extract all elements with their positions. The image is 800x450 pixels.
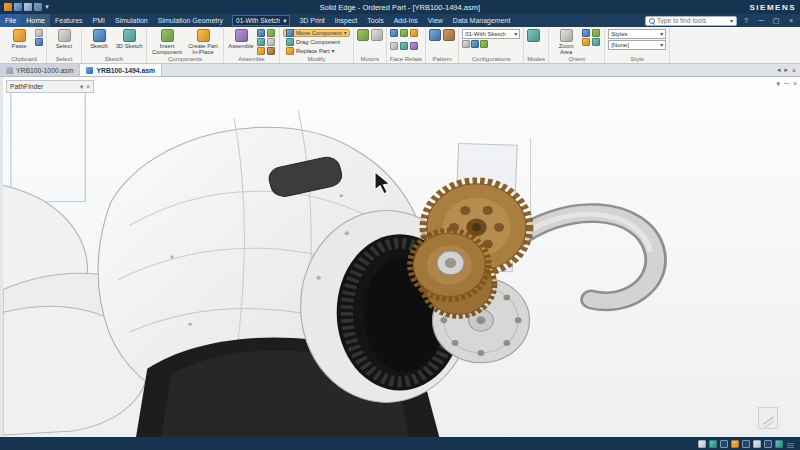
zoom-area-button[interactable]: Zoom Area bbox=[552, 29, 580, 55]
assemble-button[interactable]: Assemble bbox=[227, 29, 255, 49]
cut-icon[interactable] bbox=[35, 29, 43, 37]
menu-tab-3d-print[interactable]: 3D Print bbox=[294, 14, 329, 27]
menu-tab-simulation-geometry[interactable]: Simulation Geometry bbox=[153, 14, 228, 27]
viewport-3d[interactable]: PathFinder ▾ × ▾ ─ × bbox=[0, 77, 800, 437]
menu-tab-tools[interactable]: Tools bbox=[362, 14, 388, 27]
select-button[interactable]: Select bbox=[50, 29, 78, 49]
paste-icon bbox=[13, 29, 26, 42]
menu-tab-inspect[interactable]: Inspect bbox=[330, 14, 363, 27]
window-resize-grip[interactable] bbox=[786, 440, 794, 448]
face-align-icon[interactable] bbox=[400, 29, 408, 37]
axial-align-icon[interactable] bbox=[257, 38, 265, 46]
connect-icon[interactable] bbox=[267, 38, 275, 46]
replace-part-button[interactable]: Replace Part ▾ bbox=[283, 47, 338, 55]
status-zoom-area-icon[interactable] bbox=[731, 440, 739, 448]
status-zoom-icon[interactable] bbox=[742, 440, 750, 448]
3d-sketch-button[interactable]: 3D Sketch bbox=[115, 29, 143, 49]
save-icon[interactable] bbox=[14, 3, 22, 11]
ribbon-group-modes: Modes bbox=[524, 28, 549, 63]
align-icon[interactable] bbox=[267, 29, 275, 37]
ribbon-group-modify: Move Component ▾ Drag Component Replace … bbox=[280, 28, 354, 63]
linear-motor-icon[interactable] bbox=[371, 29, 383, 41]
ribbon-group-components: Insert Component Create Part In-Place Co… bbox=[147, 28, 224, 63]
pattern-icon[interactable] bbox=[429, 29, 441, 41]
simplify-mode-icon[interactable] bbox=[527, 29, 540, 42]
drag-component-button[interactable]: Drag Component bbox=[283, 38, 343, 46]
styles-dropdown[interactable]: Styles ▾ bbox=[608, 29, 666, 39]
status-window-icon[interactable] bbox=[720, 440, 728, 448]
menu-bar: File Home Features PMI Simulation Simula… bbox=[0, 14, 800, 27]
paste-button[interactable]: Paste bbox=[5, 29, 33, 49]
ribbon-group-orient: Zoom Area Orient bbox=[549, 28, 605, 63]
menu-tab-features[interactable]: Features bbox=[50, 14, 88, 27]
angle-icon[interactable] bbox=[257, 47, 265, 55]
copy-icon[interactable] bbox=[35, 38, 43, 46]
menu-tab-file[interactable]: File bbox=[0, 14, 21, 27]
search-chevron-icon[interactable]: ▾ bbox=[730, 18, 733, 24]
status-rotate-icon[interactable] bbox=[775, 440, 783, 448]
viewport-close-icon[interactable]: × bbox=[793, 80, 797, 88]
exploded-view-icon[interactable] bbox=[480, 40, 488, 48]
ribbon-group-assemble: Assemble Assemble bbox=[224, 28, 280, 63]
status-view-styles-icon[interactable] bbox=[709, 440, 717, 448]
pathfinder-panel-header[interactable]: PathFinder ▾ × bbox=[6, 80, 94, 93]
help-icon[interactable]: ? bbox=[740, 17, 752, 24]
solid-edge-window: ▾ Solid Edge - Ordered Part - [YRB100-14… bbox=[0, 0, 800, 450]
menu-tab-home[interactable]: Home bbox=[21, 14, 50, 27]
search-input[interactable] bbox=[657, 17, 728, 24]
status-select-tool-icon[interactable] bbox=[698, 440, 706, 448]
window-maximize-icon[interactable]: ▢ bbox=[770, 17, 782, 25]
mate-icon[interactable] bbox=[257, 29, 265, 37]
zones-icon[interactable] bbox=[471, 40, 479, 48]
mirror-icon[interactable] bbox=[443, 29, 455, 41]
create-part-in-place-button[interactable]: Create Part In-Place bbox=[186, 29, 220, 55]
move-component-button[interactable]: Move Component ▾ bbox=[283, 29, 350, 37]
pan-icon[interactable] bbox=[582, 38, 590, 46]
viewport-minimize-icon[interactable]: ─ bbox=[784, 80, 789, 88]
display-configurations-icon[interactable] bbox=[462, 40, 470, 48]
sketch-button[interactable]: Sketch bbox=[85, 29, 113, 49]
config-dropdown[interactable]: 01-With Sketch ▾ bbox=[232, 15, 290, 26]
face-mate-icon[interactable] bbox=[390, 29, 398, 37]
move-component-icon bbox=[286, 29, 294, 37]
tab-close-icon[interactable]: × bbox=[792, 67, 796, 74]
3d-sketch-label: 3D Sketch bbox=[116, 43, 143, 49]
rotation-motor-icon[interactable] bbox=[357, 29, 369, 41]
tab-scroll-right-icon[interactable]: ▸ bbox=[784, 66, 788, 74]
view-override-dropdown[interactable]: [None] ▾ bbox=[608, 40, 666, 50]
tool-search-box[interactable]: ▾ bbox=[645, 16, 737, 26]
configurations-dropdown[interactable]: 01-With Sketch ▾ bbox=[462, 29, 520, 39]
config-dropdown-value: 01-With Sketch bbox=[236, 17, 280, 24]
paste-label: Paste bbox=[12, 43, 27, 49]
sketch-group-label: Sketch bbox=[85, 54, 143, 63]
pathfinder-pin-icon[interactable]: ▾ bbox=[80, 83, 83, 91]
status-pan-icon[interactable] bbox=[764, 440, 772, 448]
sketch-label: Sketch bbox=[90, 43, 108, 49]
undo-icon[interactable] bbox=[24, 3, 32, 11]
app-icon[interactable] bbox=[4, 3, 12, 11]
document-tab-yrb100-1000[interactable]: YRB100-1000.asm bbox=[0, 64, 80, 76]
menu-tab-add-ins[interactable]: Add-Ins bbox=[389, 14, 423, 27]
face-tangent-icon[interactable] bbox=[390, 42, 398, 50]
insert-component-button[interactable]: Insert Component bbox=[150, 29, 184, 55]
menu-tab-data-management[interactable]: Data Management bbox=[448, 14, 516, 27]
tab-scroll-left-icon[interactable]: ◂ bbox=[777, 66, 781, 74]
viewport-chevron-icon[interactable]: ▾ bbox=[776, 80, 780, 88]
zoom-icon[interactable] bbox=[582, 29, 590, 37]
menu-tab-simulation[interactable]: Simulation bbox=[110, 14, 153, 27]
face-angle-icon[interactable] bbox=[410, 29, 418, 37]
rotate-icon[interactable] bbox=[592, 38, 600, 46]
window-close-icon[interactable]: × bbox=[785, 17, 797, 24]
tangent-icon[interactable] bbox=[267, 47, 275, 55]
menu-tab-view[interactable]: View bbox=[423, 14, 448, 27]
menu-tab-pmi[interactable]: PMI bbox=[88, 14, 110, 27]
face-parallel-icon[interactable] bbox=[400, 42, 408, 50]
pathfinder-close-icon[interactable]: × bbox=[86, 83, 90, 90]
face-cam-icon[interactable] bbox=[410, 42, 418, 50]
orient-group-label: Orient bbox=[552, 55, 601, 63]
redo-icon[interactable] bbox=[34, 3, 42, 11]
document-tab-yrb100-1494[interactable]: YRB100-1494.asm bbox=[80, 64, 162, 76]
window-minimize-icon[interactable]: ─ bbox=[755, 17, 767, 24]
fit-icon[interactable] bbox=[592, 29, 600, 37]
status-fit-icon[interactable] bbox=[753, 440, 761, 448]
